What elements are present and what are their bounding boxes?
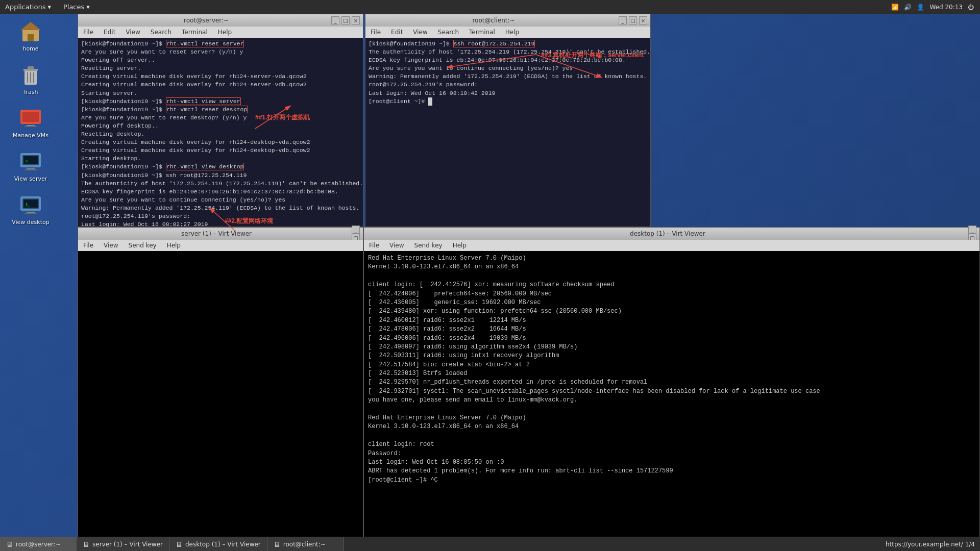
client-terminal-menubar: File Edit View Search Terminal Help: [365, 27, 650, 38]
menu-search[interactable]: Search: [148, 28, 175, 37]
server-virt-help[interactable]: Help: [164, 241, 184, 250]
taskbar-right: https://your.example.net/ 1/4: [886, 541, 980, 548]
svg-rect-5: [28, 66, 34, 69]
svg-marker-1: [20, 22, 41, 30]
top-panel: Applications ▾ Places ▾ 📶 🔊 👤 Wed 20:13 …: [0, 0, 980, 14]
client-menu-help[interactable]: Help: [502, 28, 522, 37]
client-terminal-titlebar: root@client:~ _ □ ×: [365, 14, 650, 27]
desktop-virt-sendkey[interactable]: Send key: [411, 241, 446, 250]
trash-icon-label: Trash: [23, 89, 38, 95]
desktop-icon-view-server[interactable]: $_ View server: [10, 149, 51, 182]
taskbar-servervirt-label: server (1) – Virt Viewer: [92, 541, 163, 548]
client-menu-edit[interactable]: Edit: [388, 28, 406, 37]
client-terminal-title: root@client:~: [369, 17, 619, 24]
annotation1: ##1.打开两个虚拟机: [255, 113, 310, 122]
svg-rect-10: [22, 112, 39, 122]
desktop-virt-help[interactable]: Help: [450, 241, 470, 250]
taskbar-server-icon: 🖥: [6, 540, 13, 548]
annotation3: ##3.真机处开两个终端：server,client: [541, 51, 644, 60]
top-panel-left: Applications ▾ Places ▾: [0, 2, 95, 12]
view-desktop-icon-label: View desktop: [12, 219, 49, 226]
taskbar-desktopvirt-icon: 🖥: [176, 540, 183, 548]
desktop-virt-title: desktop (1) – Virt Viewer: [630, 230, 705, 237]
server-virt-file[interactable]: File: [80, 241, 96, 250]
client-minimize-button[interactable]: _: [619, 16, 627, 24]
view-server-icon-label: View server: [14, 176, 47, 182]
taskbar-servervirt-icon: 🖥: [83, 540, 90, 548]
client-menu-view[interactable]: View: [410, 28, 430, 37]
desktop-icon-manage-vms[interactable]: Manage VMs: [10, 106, 51, 139]
user-icon[interactable]: 👤: [917, 4, 924, 11]
client-maximize-button[interactable]: □: [629, 16, 637, 24]
server-terminal-titlebar: root@server:~ _ □ ×: [78, 14, 363, 27]
client-terminal-window: root@client:~ _ □ × File Edit View Searc…: [365, 14, 651, 227]
desktop-icon-home[interactable]: home: [10, 19, 51, 52]
maximize-button[interactable]: □: [341, 16, 350, 24]
server-virt-sendkey[interactable]: Send key: [126, 241, 160, 250]
server-terminal-prompt3: [kiosk@foundation19 ~]$: [81, 106, 166, 113]
taskbar-desktop-virt[interactable]: 🖥 desktop (1) – Virt Viewer: [169, 537, 267, 551]
svg-text:$_: $_: [26, 159, 30, 163]
svg-rect-22: [24, 213, 37, 214]
desktop-icon-trash[interactable]: Trash: [10, 62, 51, 95]
client-menu-file[interactable]: File: [368, 28, 384, 37]
manage-vms-icon-label: Manage VMs: [13, 132, 48, 139]
menu-edit[interactable]: Edit: [101, 28, 118, 37]
desktop-virt-window: desktop (1) – Virt Viewer _ □ File View …: [363, 227, 980, 537]
menu-help[interactable]: Help: [215, 28, 235, 37]
menu-terminal[interactable]: Terminal: [179, 28, 211, 37]
client-menu-search[interactable]: Search: [435, 28, 462, 37]
taskbar-server-virt[interactable]: 🖥 server (1) – Virt Viewer: [77, 537, 169, 551]
desktop-virt-file[interactable]: File: [366, 241, 382, 250]
taskbar-client-icon: 🖥: [274, 540, 281, 548]
svg-text:$_: $_: [26, 203, 30, 207]
volume-icon[interactable]: 🔊: [904, 4, 912, 11]
server-virt-title: server (1) – Virt Viewer: [181, 230, 252, 237]
taskbar-url-text: https://your.example.net/ 1/4: [886, 541, 975, 548]
taskbar-server-label: root@server:~: [16, 541, 61, 548]
applications-menu[interactable]: Applications ▾: [0, 2, 56, 12]
desktop-icons: home Trash: [10, 19, 51, 226]
client-menu-terminal[interactable]: Terminal: [466, 28, 498, 37]
places-menu[interactable]: Places ▾: [58, 2, 95, 12]
taskbar: 🖥 root@server:~ 🖥 server (1) – Virt View…: [0, 537, 980, 551]
server-virt-body[interactable]: [78, 251, 363, 537]
taskbar-client-label: root@client:~: [283, 541, 326, 548]
desktop: home Trash: [0, 14, 980, 537]
cmd-reset-server: rht-vmctl reset server: [166, 40, 244, 47]
server-terminal-prompt1: [kiosk@foundation19 ~]$: [81, 40, 166, 47]
server-virt-view[interactable]: View: [101, 241, 121, 250]
server-terminal-menubar: File Edit View Search Terminal Help: [78, 27, 363, 38]
close-button[interactable]: ×: [352, 16, 360, 24]
server-terminal-body[interactable]: [kiosk@foundation19 ~]$ rht-vmctl reset …: [78, 38, 363, 227]
taskbar-desktopvirt-label: desktop (1) – Virt Viewer: [185, 541, 261, 548]
server-virt-window: server (1) – Virt Viewer _ □ File View S…: [78, 227, 363, 537]
taskbar-root-server[interactable]: 🖥 root@server:~: [0, 537, 77, 551]
taskbar-root-client[interactable]: 🖥 root@client:~: [267, 537, 344, 551]
power-icon[interactable]: ⏻: [968, 4, 974, 11]
cmd-reset-desktop: rht-vmctl reset desktop: [166, 106, 248, 113]
svg-rect-16: [24, 169, 37, 170]
client-terminal-prompt1: [kiosk@foundation19 ~]$: [369, 40, 453, 47]
server-terminal-window: root@server:~ _ □ × File Edit View Searc…: [78, 14, 363, 227]
client-terminal-body[interactable]: [kiosk@foundation19 ~]$ ssh root@172.25.…: [365, 38, 650, 227]
server-virt-minimize[interactable]: _: [352, 226, 360, 234]
top-panel-right: 📶 🔊 👤 Wed 20:13 ⏻: [891, 4, 980, 11]
desktop-virt-minimize[interactable]: _: [968, 226, 976, 234]
server-terminal-prompt2: [kiosk@foundation19 ~]$: [81, 98, 166, 105]
annotation2: ##2.配置网络环境: [225, 217, 273, 226]
server-terminal-title: root@server:~: [81, 17, 331, 24]
network-icon: 📶: [891, 4, 899, 11]
home-icon-label: home: [22, 45, 38, 52]
cmd-ssh-client: ssh root@172.25.254.219: [453, 40, 535, 47]
desktop-virt-view[interactable]: View: [386, 241, 407, 250]
desktop-virt-body[interactable]: Red Hat Enterprise Linux Server 7.0 (Mai…: [364, 251, 979, 537]
datetime: Wed 20:13: [929, 4, 963, 11]
minimize-button[interactable]: _: [331, 16, 339, 24]
svg-rect-2: [28, 34, 34, 41]
server-virt-menubar: File View Send key Help: [78, 240, 363, 251]
menu-view[interactable]: View: [122, 28, 143, 37]
menu-file[interactable]: File: [80, 28, 96, 37]
client-close-button[interactable]: ×: [639, 16, 647, 24]
desktop-icon-view-desktop[interactable]: $_ View desktop: [10, 192, 51, 226]
